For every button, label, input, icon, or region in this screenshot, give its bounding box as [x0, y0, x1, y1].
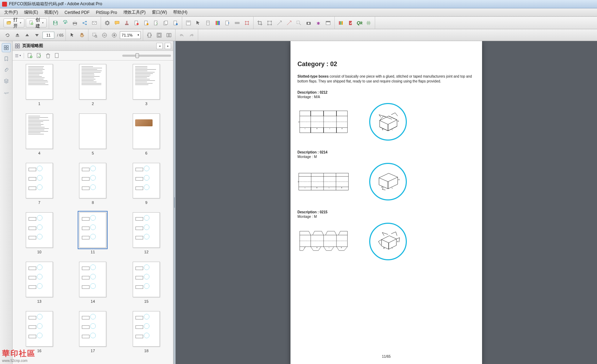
tool-c2[interactable] — [347, 19, 355, 27]
bookmarks-tab[interactable] — [2, 54, 11, 63]
menu-plugins[interactable]: 增效工具(P) — [121, 9, 148, 16]
doc-arrow-button[interactable] — [152, 19, 160, 27]
grid-button[interactable] — [364, 19, 373, 27]
mail-button[interactable] — [90, 19, 99, 27]
tool-a2[interactable] — [194, 19, 202, 27]
open-button[interactable]: 打开 ▾ — [3, 18, 24, 27]
thumbnail-11[interactable]: 11 — [75, 212, 111, 254]
tool-a6[interactable] — [233, 19, 241, 27]
thumb-size-slider[interactable] — [122, 55, 171, 57]
page-input[interactable] — [42, 32, 54, 39]
panel-rotate[interactable] — [36, 53, 42, 59]
thumbnail-10[interactable]: 10 — [21, 212, 58, 254]
print-button[interactable] — [71, 19, 79, 27]
thumbnail-13[interactable]: 13 — [21, 262, 58, 303]
svg-rect-30 — [268, 21, 271, 25]
tool-b4[interactable] — [285, 19, 293, 27]
save-button[interactable] — [51, 19, 60, 27]
thumbnail-14[interactable]: 14 — [75, 262, 111, 303]
tool-b8[interactable] — [324, 19, 332, 27]
redo-button[interactable] — [187, 31, 196, 39]
tool-b1[interactable] — [256, 19, 264, 27]
menu-certified-pdf[interactable]: Certified PDF — [62, 9, 92, 16]
undo-button[interactable] — [178, 31, 186, 39]
panel-prev[interactable]: ◂ — [156, 43, 163, 49]
menu-file[interactable]: 文件(F) — [1, 9, 21, 16]
thumbnail-18[interactable]: 18 — [128, 311, 165, 353]
thumbnail-1[interactable]: 1 — [21, 64, 58, 106]
tool-b7[interactable] — [314, 19, 323, 27]
stamp-button[interactable] — [123, 19, 131, 27]
thumbnails-icon — [15, 43, 20, 49]
menu-help[interactable]: 帮助(H) — [170, 9, 190, 16]
zoom-select[interactable]: 71.1%▾ — [120, 31, 141, 39]
fit-width-button[interactable] — [145, 31, 154, 39]
fit-page-button[interactable] — [155, 31, 163, 39]
comment-button[interactable] — [113, 19, 121, 27]
thumbnail-15[interactable]: 15 — [128, 262, 165, 303]
doc-check-button[interactable] — [132, 19, 141, 27]
main-toolbar: 打开 ▾ 创建 ▾ — [0, 17, 597, 29]
tool-a1[interactable] — [184, 19, 193, 27]
thumbnail-scroll[interactable]: 123456789101112131415161718 — [13, 61, 173, 364]
document-viewer[interactable]: Category : 02 Slotted-type boxes consist… — [176, 41, 597, 364]
next-page-button[interactable] — [33, 31, 41, 39]
rotate-button[interactable] — [3, 31, 12, 39]
thumbnail-6[interactable]: 6 — [128, 113, 165, 155]
menu-window[interactable]: 窗口(W) — [149, 9, 170, 16]
tool-b5[interactable] — [295, 19, 303, 27]
marquee-zoom[interactable] — [91, 31, 99, 39]
layers-tab[interactable] — [2, 77, 11, 86]
create-button[interactable]: 创建 ▾ — [26, 18, 47, 27]
panel-delete[interactable] — [45, 53, 51, 59]
thumbnail-16[interactable]: 16 — [21, 311, 58, 353]
tool-b3[interactable] — [275, 19, 284, 27]
tool-b6[interactable] — [304, 19, 313, 27]
prev-page-button[interactable] — [23, 31, 31, 39]
settings-button[interactable] — [103, 19, 111, 27]
slider-knob[interactable] — [135, 53, 139, 58]
hand-tool[interactable] — [78, 31, 86, 39]
tool-a3[interactable] — [204, 19, 212, 27]
thumbnail-2[interactable]: 2 — [75, 64, 111, 106]
thumbnail-17[interactable]: 17 — [75, 311, 111, 353]
undo-icon — [179, 32, 185, 38]
share-button[interactable] — [80, 19, 89, 27]
thumbnail-3[interactable]: 3 — [128, 64, 165, 106]
thumbnail-4[interactable]: 4 — [21, 113, 58, 155]
thumbnail-7[interactable]: 7 — [21, 163, 58, 205]
thumbnail-12[interactable]: 12 — [128, 212, 165, 254]
menu-edit[interactable]: 编辑(E) — [21, 9, 41, 16]
attachments-tab[interactable] — [2, 65, 11, 74]
menu-view[interactable]: 视图(V) — [41, 9, 61, 16]
first-page-button[interactable] — [13, 31, 22, 39]
thumbnails-tab[interactable] — [2, 43, 11, 52]
svg-rect-56 — [7, 46, 8, 47]
export-button[interactable] — [61, 19, 69, 27]
tool-a5[interactable] — [223, 19, 232, 27]
svg-point-37 — [308, 22, 310, 24]
two-page-button[interactable] — [165, 31, 173, 39]
selection-tool[interactable] — [68, 31, 76, 39]
doc-color-button[interactable] — [171, 19, 180, 27]
tool-c1[interactable] — [337, 19, 345, 27]
tool-b2[interactable] — [265, 19, 274, 27]
page-insert-icon — [54, 53, 60, 59]
tool-a4[interactable] — [214, 19, 222, 27]
thumbnail-5[interactable]: 5 — [75, 113, 111, 155]
panel-options[interactable]: ▾ — [15, 53, 21, 59]
tool-a7[interactable] — [243, 19, 251, 27]
doc-lock-button[interactable] — [142, 19, 150, 27]
panel-insert[interactable] — [54, 53, 60, 59]
panel-new[interactable] — [27, 53, 33, 59]
zoom-out-button[interactable] — [100, 31, 109, 39]
quick-label[interactable]: Qk — [356, 19, 363, 27]
thumbnail-8[interactable]: 8 — [75, 163, 111, 205]
signatures-tab[interactable] — [2, 88, 11, 97]
zoom-in-button[interactable] — [110, 31, 118, 39]
panel-next[interactable]: ▸ — [165, 43, 171, 49]
entry-0212: Description : 0212 Montage : M/A BLBLB — [297, 90, 475, 141]
menu-pitstop[interactable]: PitStop Pro — [93, 9, 120, 16]
thumbnail-9[interactable]: 9 — [128, 163, 165, 205]
doc-stack-button[interactable] — [162, 19, 170, 27]
